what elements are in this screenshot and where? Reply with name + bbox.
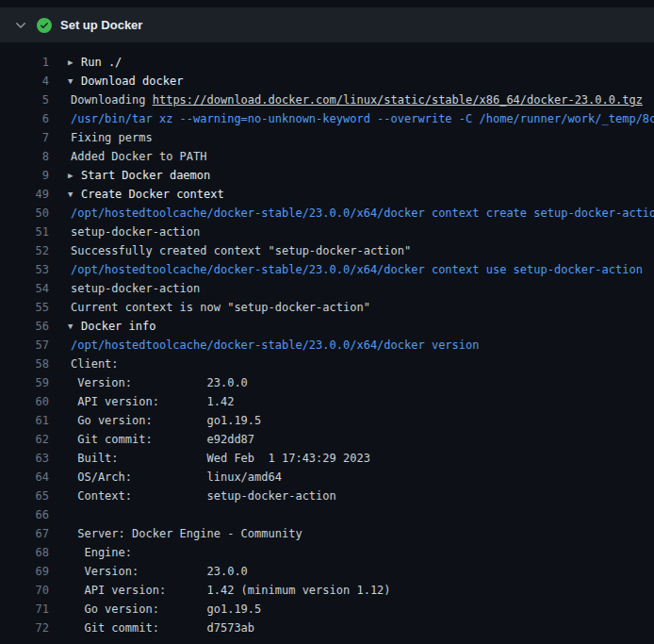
line-text-content: Docker info [81,320,155,333]
line-number[interactable]: 72 [0,619,49,637]
log-line: 71 Go version: go1.19.5 [0,600,654,619]
log-line: 69 Version: 23.0.0 [0,562,654,581]
line-text: API version: 1.42 [49,392,234,411]
collapse-triangle-icon[interactable]: ▼ [68,72,81,91]
line-number[interactable]: 69 [0,562,49,581]
line-number[interactable]: 55 [0,298,49,317]
log-line: 51setup-docker-action [0,223,654,241]
line-text: setup-docker-action [49,279,200,298]
line-text-content: /opt/hostedtoolcache/docker-stable/23.0.… [71,263,643,276]
log-group-line: 49▼Create Docker context [0,185,654,204]
line-number[interactable]: 62 [0,430,49,449]
log-line: 66 [0,505,654,524]
line-text-content: Go version: go1.19.5 [71,603,261,616]
line-text: /opt/hostedtoolcache/docker-stable/23.0.… [49,204,654,223]
line-text-content: Server: Docker Engine - Community [71,527,302,540]
line-number[interactable]: 6 [0,109,49,128]
line-text-content: setup-docker-action [71,282,200,295]
line-text-content: Git commit: d7573ab [71,621,254,635]
line-text-content: Version: 23.0.0 [71,376,248,389]
line-text: /usr/bin/tar xz --warning=no-unknown-key… [49,109,654,128]
line-number[interactable]: 4 [0,72,49,91]
group-title[interactable]: ▶Run ./ [49,53,122,72]
log-line: 61 Go version: go1.19.5 [0,411,654,430]
line-text: Successfully created context "setup-dock… [49,241,411,260]
line-text-content: Client: [71,357,119,371]
line-number[interactable]: 65 [0,487,49,505]
line-number[interactable]: 59 [0,373,49,392]
line-number[interactable]: 71 [0,600,49,619]
log-line: 59 Version: 23.0.0 [0,373,654,392]
log-line: 68 Engine: [0,543,654,562]
line-number[interactable]: 60 [0,392,49,411]
expand-triangle-icon[interactable]: ▶ [68,53,81,72]
log-line: 50/opt/hostedtoolcache/docker-stable/23.… [0,204,654,223]
line-text: Added Docker to PATH [49,147,207,166]
line-text-content: /usr/bin/tar xz --warning=no-unknown-key… [71,112,654,125]
line-number[interactable]: 70 [0,581,49,600]
step-header[interactable]: Set up Docker [0,8,654,42]
line-text-content: Engine: [71,546,132,559]
line-number[interactable]: 7 [0,128,49,147]
group-title[interactable]: ▼Docker info [49,317,155,336]
actions-log-panel: Set up Docker 1▶Run ./4▼Download docker5… [0,0,654,644]
line-text: setup-docker-action [49,223,200,241]
line-text: /opt/hostedtoolcache/docker-stable/23.0.… [49,336,479,355]
line-text-content: Start Docker daemon [81,169,210,182]
line-number[interactable]: 58 [0,355,49,373]
line-text-content: Fixing perms [71,131,153,144]
line-number[interactable]: 52 [0,241,49,260]
log-line: 65 Context: setup-docker-action [0,487,654,505]
log-line: 8Added Docker to PATH [0,147,654,166]
line-text-content: Current context is now "setup-docker-act… [71,301,370,314]
line-number[interactable]: 66 [0,505,49,524]
group-title[interactable]: ▼Create Docker context [49,185,224,204]
line-number[interactable]: 1 [0,53,49,72]
log-line: 53/opt/hostedtoolcache/docker-stable/23.… [0,260,654,279]
group-title[interactable]: ▶Start Docker daemon [49,166,210,185]
collapse-triangle-icon[interactable]: ▼ [68,185,81,204]
line-text: OS/Arch: linux/amd64 [49,468,282,487]
line-number[interactable]: 54 [0,279,49,298]
line-number[interactable]: 51 [0,223,49,241]
line-text: Version: 23.0.0 [49,373,248,392]
log-line: 63 Built: Wed Feb 1 17:43:29 2023 [0,449,654,468]
line-text: Git commit: d7573ab [49,619,254,637]
line-number[interactable]: 64 [0,468,49,487]
line-number[interactable]: 8 [0,147,49,166]
success-check-icon [37,18,52,33]
log-line: 7Fixing perms [0,128,654,147]
line-number[interactable]: 61 [0,411,49,430]
line-number[interactable]: 57 [0,336,49,355]
line-number[interactable]: 56 [0,317,49,336]
line-text-prefix: Downloading [71,93,153,107]
line-text: Built: Wed Feb 1 17:43:29 2023 [49,449,370,468]
log-line: 58Client: [0,355,654,373]
line-number[interactable]: 50 [0,204,49,223]
line-number[interactable]: 63 [0,449,49,468]
group-title[interactable]: ▼Download docker [49,72,183,91]
line-text-content: API version: 1.42 [71,395,234,408]
log-line: 6/usr/bin/tar xz --warning=no-unknown-ke… [0,109,654,128]
expand-triangle-icon[interactable]: ▶ [68,166,81,185]
download-url-link[interactable]: https://download.docker.com/linux/static… [153,93,643,107]
log-line: 54setup-docker-action [0,279,654,298]
line-number[interactable]: 9 [0,166,49,185]
line-text-content: Version: 23.0.0 [71,565,248,578]
line-text-content: Git commit: e92dd87 [71,433,254,446]
line-text-content: API version: 1.42 (minimum version 1.12) [71,584,391,597]
line-text-content: Create Docker context [81,188,224,201]
line-number[interactable]: 5 [0,91,49,109]
log-line: 57/opt/hostedtoolcache/docker-stable/23.… [0,336,654,355]
collapse-triangle-icon[interactable]: ▼ [68,317,81,336]
line-number[interactable]: 67 [0,524,49,543]
line-number[interactable]: 68 [0,543,49,562]
log-line: 67 Server: Docker Engine - Community [0,524,654,543]
step-title: Set up Docker [60,18,142,32]
line-number[interactable]: 49 [0,185,49,204]
line-text-content: Built: Wed Feb 1 17:43:29 2023 [71,452,370,465]
line-text: Server: Docker Engine - Community [49,524,302,543]
line-number[interactable]: 53 [0,260,49,279]
chevron-down-icon[interactable] [13,18,28,33]
log-group-line: 4▼Download docker [0,72,654,91]
